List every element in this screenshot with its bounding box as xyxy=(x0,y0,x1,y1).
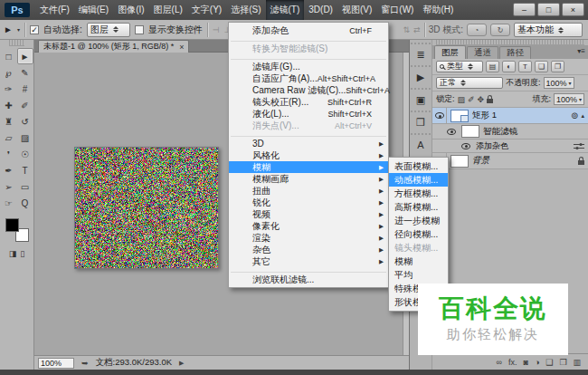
layer-row-background[interactable]: 背景 xyxy=(432,153,588,169)
visibility-toggle[interactable] xyxy=(432,108,447,123)
menu-item-sharpen[interactable]: 锐化 ▶ xyxy=(229,197,388,208)
menu-item-pixelate[interactable]: 像素化 ▶ xyxy=(229,220,388,232)
dock-adjustments-panel-icon[interactable]: ❒ xyxy=(411,111,431,130)
lock-position-icon[interactable]: ✥ xyxy=(478,95,485,104)
tool-hand-icon[interactable]: ☞ xyxy=(1,195,17,211)
layer-row-rectangle[interactable]: 矩形 1 ⊚ ▴ xyxy=(432,108,588,124)
tool-move-icon[interactable]: ► xyxy=(17,48,33,64)
tool-zoom-icon[interactable]: Q xyxy=(17,195,33,211)
close-tab-icon[interactable]: × xyxy=(179,43,184,52)
menu-item-blur-gallery[interactable]: 模糊画廊 ▶ xyxy=(229,173,388,185)
link-layers-icon[interactable]: ∞ xyxy=(497,358,502,367)
submenu-item-blur-more[interactable]: 进一步模糊 xyxy=(389,214,448,227)
delete-layer-icon[interactable]: ▥ xyxy=(573,358,581,367)
minimize-button[interactable]: – xyxy=(513,3,536,16)
filter-smart-objects-icon[interactable]: ❐ xyxy=(551,61,564,72)
menu-item-repeat-add-noise[interactable]: 添加杂色 Ctrl+F xyxy=(229,24,388,36)
menubar-item-view[interactable]: 视图(V) xyxy=(337,0,376,20)
3d-orbit-icon[interactable]: ◔ xyxy=(467,24,487,36)
show-transform-controls-checkbox[interactable] xyxy=(135,25,144,34)
tool-dodge-icon[interactable]: ☉ xyxy=(17,146,33,162)
tool-rectangular-marquee-icon[interactable]: □ xyxy=(1,48,17,64)
panel-grip[interactable] xyxy=(9,40,24,46)
add-layer-mask-icon[interactable]: ◙ xyxy=(523,358,527,367)
maximize-button[interactable]: □ xyxy=(537,3,560,16)
menu-item-adaptive-wide-angle[interactable]: 自适应广角(A)... Alt+Shift+Ctrl+A xyxy=(229,72,388,84)
3d-pan-icon[interactable]: ↻ xyxy=(490,24,510,36)
smart-filter-item-row[interactable]: 添加杂色 xyxy=(432,139,588,153)
tool-eyedropper-icon[interactable]: ✑ xyxy=(1,81,17,97)
opacity-field[interactable]: 100%▾ xyxy=(544,77,574,89)
visibility-toggle[interactable] xyxy=(432,139,472,152)
menu-item-blur[interactable]: 模糊 ▶ xyxy=(229,161,388,173)
document-tab[interactable]: 未标题-1 @ 100% (矩形 1, RGB/8) * × xyxy=(38,40,189,53)
fill-field[interactable]: 100%▾ xyxy=(554,93,584,105)
tool-crop-icon[interactable]: # xyxy=(17,81,33,97)
export-status-icon[interactable]: ➥ xyxy=(81,359,89,368)
new-adjustment-layer-icon[interactable]: ◑ xyxy=(535,358,539,367)
zoom-level-field[interactable]: 100% xyxy=(38,358,74,369)
menubar-item-image[interactable]: 图像(I) xyxy=(113,0,148,20)
foreground-color-swatch[interactable] xyxy=(5,218,19,232)
filter-shape-layers-icon[interactable]: ❏ xyxy=(535,61,548,72)
blend-mode-dropdown[interactable]: 正常 xyxy=(436,77,503,89)
color-swatches[interactable] xyxy=(5,218,29,242)
tool-eraser-icon[interactable]: ▱ xyxy=(1,130,17,146)
submenu-item-average[interactable]: 平均 xyxy=(389,268,448,282)
auto-select-checkbox[interactable]: ✓ xyxy=(30,25,39,34)
tab-paths[interactable]: 路径 xyxy=(499,46,531,59)
visibility-toggle[interactable] xyxy=(432,124,458,139)
menubar-item-3d[interactable]: 3D(D) xyxy=(304,0,337,20)
tool-spot-healing-icon[interactable]: ✚ xyxy=(1,97,17,113)
filter-pixel-layers-icon[interactable]: ▤ xyxy=(486,61,499,72)
submenu-item-surface-blur[interactable]: 表面模糊... xyxy=(389,159,448,173)
menubar-item-edit[interactable]: 编辑(E) xyxy=(74,0,113,20)
panel-menu-icon[interactable]: ▾≡ xyxy=(577,47,585,55)
lock-image-pixels-icon[interactable]: ✐ xyxy=(468,95,475,104)
menu-item-3d-filters[interactable]: 3D ▶ xyxy=(229,138,388,149)
tool-type-icon[interactable]: T xyxy=(17,162,33,178)
new-group-icon[interactable]: ❑ xyxy=(545,358,553,367)
menubar-item-select[interactable]: 选择(S) xyxy=(226,0,265,20)
menu-item-video[interactable]: 视频 ▶ xyxy=(229,208,388,220)
dock-character-panel-icon[interactable]: A xyxy=(411,133,431,153)
tool-pen-icon[interactable]: ✒ xyxy=(1,162,17,178)
menu-item-other[interactable]: 其它 ▶ xyxy=(229,255,388,267)
menu-item-convert-for-smart-filters[interactable]: 转换为智能滤镜(S) xyxy=(229,43,388,54)
submenu-item-gaussian-blur[interactable]: 高斯模糊... xyxy=(389,200,448,214)
workspace-dropdown[interactable]: 基本功能 xyxy=(514,23,583,37)
menu-item-stylize[interactable]: 风格化 ▶ xyxy=(229,149,388,161)
move-tool-preset-icon[interactable]: ► xyxy=(4,24,13,34)
tool-quick-selection-icon[interactable]: ✎ xyxy=(17,64,33,81)
menu-item-camera-raw-filter[interactable]: Camera Raw 滤镜(C)... Shift+Ctrl+A xyxy=(229,84,388,96)
filter-mask-thumbnail[interactable] xyxy=(461,125,479,138)
filter-adjustment-layers-icon[interactable]: ◐ xyxy=(502,61,516,72)
menubar-item-layer[interactable]: 图层(L) xyxy=(149,0,187,20)
lock-transparent-pixels-icon[interactable]: ▨ xyxy=(458,95,466,104)
menu-item-lens-correction[interactable]: 镜头校正(R)... Shift+Ctrl+R xyxy=(229,96,388,108)
layer-thumbnail[interactable] xyxy=(450,110,469,122)
tool-gradient-icon[interactable]: ▨ xyxy=(17,130,33,146)
auto-select-target-dropdown[interactable]: 图层 xyxy=(87,23,130,37)
dock-clone-source-panel-icon[interactable]: ▣ xyxy=(411,88,431,108)
layer-thumbnail[interactable] xyxy=(450,155,469,168)
status-flyout-icon[interactable]: ▶ xyxy=(179,360,184,367)
layer-filter-type-dropdown[interactable]: 类型 xyxy=(436,61,483,72)
menu-item-browse-filters-online[interactable]: 浏览联机滤镜... xyxy=(229,274,388,285)
distribute-vertical-icon[interactable]: ⇅ xyxy=(403,25,411,34)
smart-filters-row[interactable]: 智能滤镜 xyxy=(432,124,588,139)
menu-item-liquify[interactable]: 液化(L)... Shift+Ctrl+X xyxy=(229,108,388,120)
lock-all-icon[interactable] xyxy=(487,99,493,103)
menu-item-filter-gallery[interactable]: 滤镜库(G)... xyxy=(229,61,388,72)
menubar-item-help[interactable]: 帮助(H) xyxy=(418,0,458,20)
close-button[interactable]: × xyxy=(562,3,584,16)
filter-type-layers-icon[interactable]: T xyxy=(518,61,532,72)
submenu-item-box-blur[interactable]: 方框模糊... xyxy=(389,187,448,200)
menubar-item-window[interactable]: 窗口(W) xyxy=(376,0,418,20)
smart-filter-badge-icon[interactable]: ⊚ xyxy=(571,111,578,120)
menu-item-vanishing-point[interactable]: 消失点(V)... Alt+Ctrl+V xyxy=(229,120,388,131)
tool-preset-dropdown-icon[interactable]: ▾ xyxy=(17,26,20,33)
submenu-item-radial-blur[interactable]: 径向模糊... xyxy=(389,227,448,241)
tool-history-brush-icon[interactable]: ↺ xyxy=(17,113,33,130)
menubar-item-file[interactable]: 文件(F) xyxy=(35,0,74,20)
